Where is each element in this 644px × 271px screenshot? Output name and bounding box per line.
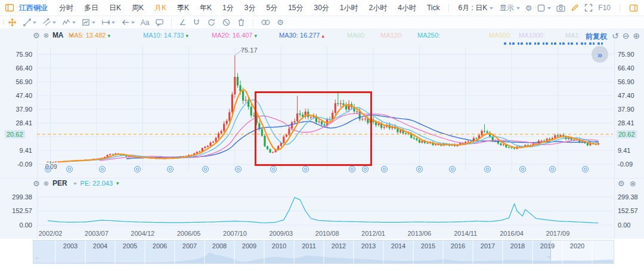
fullscreen-icon[interactable]	[584, 4, 593, 12]
ma-legend-7[interactable]: MA500:	[489, 32, 512, 39]
display-dropdown[interactable]: 显示	[500, 3, 520, 13]
magnet-tool[interactable]	[190, 17, 203, 29]
dividend-event-marker[interactable]	[99, 166, 106, 173]
tf-tick[interactable]: Tick	[422, 4, 445, 12]
ma-legend-2[interactable]: MA20: 16.407▾	[212, 32, 257, 39]
tf-yearly[interactable]: 年K	[194, 3, 217, 13]
ma-settings-gear-icon[interactable]: ⚙	[33, 32, 40, 39]
ma-legend-5[interactable]: MA120:	[380, 32, 403, 39]
trend-arrow: ▾	[107, 33, 110, 39]
ma-legend-0[interactable]: MA5: 13.482▾	[69, 32, 110, 39]
navigator-right-handle[interactable]: →	[545, 252, 551, 259]
text-tool[interactable]: Aa	[138, 17, 152, 29]
signal-dot-group	[526, 42, 531, 45]
dividend-event-marker[interactable]	[381, 166, 388, 173]
dividend-event-marker[interactable]	[519, 166, 526, 173]
dividend-event-marker[interactable]	[484, 166, 491, 173]
toolbar-grip[interactable]: ⁞	[2, 19, 3, 26]
ma-legend-1[interactable]: MA10: 14.733▾	[143, 32, 188, 39]
trend-arrow: ▴	[322, 33, 325, 39]
reset-view-icon[interactable]: ↺	[612, 31, 619, 41]
tf-1min[interactable]: 1分	[217, 3, 239, 13]
tf-2hour[interactable]: 2小时	[364, 3, 393, 13]
ma-indicator-header: ⚙ ⊗ MA MA5: 13.482▾MA10: 14.733▾MA20: 16…	[0, 31, 644, 41]
comment-tool[interactable]	[153, 17, 166, 29]
pe-settings-gear-icon[interactable]: ⚙	[33, 180, 40, 187]
tf-15min[interactable]: 15分	[283, 3, 308, 13]
tf-quarterly[interactable]: 季K	[172, 3, 194, 13]
settings-gear-icon[interactable]: ⚙	[525, 4, 532, 12]
pattern-tool[interactable]	[79, 17, 98, 29]
pe-close-icon[interactable]: ⊗	[44, 180, 49, 187]
link-charts-tool[interactable]	[258, 17, 273, 29]
dividend-event-marker[interactable]	[167, 166, 174, 173]
ma-legend-4[interactable]: MA60:	[347, 32, 366, 39]
adjust-mode-button[interactable]: 前复权	[586, 32, 607, 42]
dividend-event-marker[interactable]	[235, 166, 242, 173]
indicator-name[interactable]: MA	[52, 31, 64, 39]
navigator-left-handle[interactable]: ←	[35, 254, 41, 260]
draw-pencil-icon[interactable]	[571, 4, 579, 12]
divider	[448, 4, 449, 12]
divider	[620, 4, 620, 12]
channel-tool[interactable]	[40, 17, 58, 29]
wave-tool[interactable]	[60, 17, 78, 29]
ma-close-icon[interactable]: ⊗	[44, 32, 49, 39]
f10-button[interactable]: F10	[598, 4, 611, 12]
navigator-year-label: 2004	[93, 242, 107, 250]
timeline-navigator[interactable]: 2003200420052006200720082009201020112012…	[33, 240, 614, 264]
stock-name[interactable]: 江西铜业	[19, 3, 48, 13]
trendline-tool[interactable]	[20, 17, 39, 29]
screenshot-camera-icon[interactable]	[556, 4, 565, 12]
pe-indicator-name[interactable]: PER	[52, 179, 67, 187]
pe-settings-gear-icon-right[interactable]: ⚙	[618, 179, 625, 188]
tf-30min[interactable]: 30分	[309, 3, 335, 13]
tf-monthly[interactable]: 月K	[149, 3, 172, 13]
pe-axis-label: 152.57	[2, 207, 32, 214]
ma-legend-3[interactable]: MA30: 16.277▴	[279, 32, 324, 39]
dividend-event-marker[interactable]	[66, 166, 73, 173]
pe-close-icon-right[interactable]: ⊗	[630, 179, 636, 188]
tf-1hour[interactable]: 1小时	[335, 3, 364, 13]
dividend-event-marker[interactable]	[549, 166, 556, 173]
ma-legend-8[interactable]: MA1000:	[519, 32, 545, 39]
move-tool[interactable]	[5, 17, 19, 29]
tf-minute-chart[interactable]: 分时	[54, 3, 79, 13]
dividend-event-marker[interactable]	[202, 166, 209, 173]
layout-select-dropdown[interactable]	[537, 4, 551, 12]
dividend-event-marker[interactable]	[416, 166, 423, 173]
tf-multiday[interactable]: 多日	[79, 3, 104, 13]
angle-tool[interactable]: ∠	[177, 17, 188, 29]
chevron-down-icon	[112, 21, 115, 26]
dividend-event-marker[interactable]	[302, 166, 309, 173]
dividend-event-marker[interactable]	[349, 166, 355, 173]
ma-legend-9[interactable]: MA1:	[565, 32, 581, 39]
dividend-event-marker[interactable]	[270, 166, 277, 173]
tf-4hour[interactable]: 4小时	[392, 3, 422, 13]
measure-tool[interactable]	[99, 17, 117, 29]
cycle-tool[interactable]	[205, 17, 218, 29]
panel-toggle-icon[interactable]	[629, 4, 638, 13]
zoom-out-icon[interactable]: ⊖	[623, 31, 630, 41]
tf-5min[interactable]: 5分	[261, 3, 283, 13]
arrow-tool[interactable]	[119, 17, 137, 29]
dividend-event-marker[interactable]	[449, 166, 456, 173]
tf-weekly[interactable]: 周K	[126, 3, 149, 13]
dividend-event-marker[interactable]	[362, 166, 369, 173]
drawing-settings-gear-icon[interactable]: ⚙	[274, 17, 286, 29]
dividend-event-marker[interactable]	[45, 166, 51, 173]
delete-drawings-tool[interactable]	[234, 17, 248, 29]
ma-legend-6[interactable]: MA250:	[417, 32, 440, 39]
pe-chart-canvas[interactable]	[37, 190, 613, 228]
hide-drawings-tool[interactable]	[219, 17, 233, 29]
tf-daily[interactable]: 日K	[104, 3, 126, 13]
zoom-in-icon[interactable]: ⊕	[633, 31, 640, 41]
navigator-year-label: 2011	[302, 242, 316, 250]
dividend-event-marker[interactable]	[134, 166, 141, 173]
layout-icon[interactable]	[5, 3, 14, 13]
tf-3min[interactable]: 3分	[239, 3, 261, 13]
red-rectangle-annotation[interactable]	[255, 91, 372, 166]
dividend-event-marker[interactable]	[582, 166, 589, 173]
expand-more-button[interactable]: »	[592, 46, 608, 63]
period-selector[interactable]: 6月 : 日K	[453, 3, 499, 13]
